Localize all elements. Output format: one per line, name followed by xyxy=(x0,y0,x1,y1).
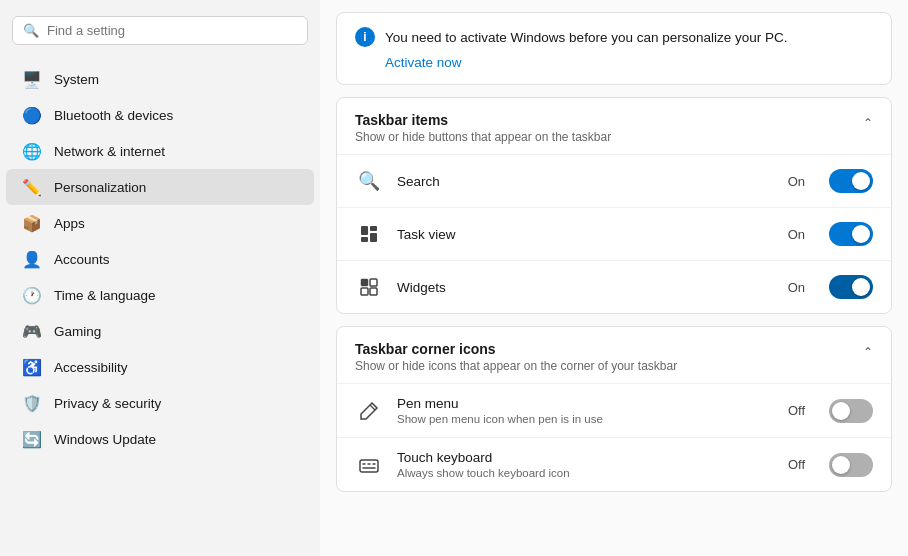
activation-text: You need to activate Windows before you … xyxy=(385,30,788,45)
widgets-toggle-knob xyxy=(852,278,870,296)
pen-menu-icon xyxy=(355,397,383,425)
update-icon: 🔄 xyxy=(22,429,42,449)
system-icon: 🖥️ xyxy=(22,69,42,89)
taskview-label: Task view xyxy=(397,227,774,242)
pen-menu-toggle[interactable] xyxy=(829,399,873,423)
svg-rect-0 xyxy=(361,226,368,235)
taskbar-corner-section: Taskbar corner icons Show or hide icons … xyxy=(336,326,892,492)
taskbar-corner-title: Taskbar corner icons xyxy=(355,341,677,357)
taskbar-items-chevron: ⌃ xyxy=(863,116,873,130)
pen-menu-sublabel: Show pen menu icon when pen is in use xyxy=(397,413,774,425)
pen-menu-toggle-knob xyxy=(832,402,850,420)
widgets-toggle[interactable] xyxy=(829,275,873,299)
network-icon: 🌐 xyxy=(22,141,42,161)
sidebar-item-gaming[interactable]: 🎮 Gaming xyxy=(6,313,314,349)
sidebar-label-personalization: Personalization xyxy=(54,180,146,195)
search-label: Search xyxy=(397,174,774,189)
search-bar[interactable]: 🔍 xyxy=(12,16,308,45)
taskview-toggle[interactable] xyxy=(829,222,873,246)
privacy-icon: 🛡️ xyxy=(22,393,42,413)
sidebar-item-apps[interactable]: 📦 Apps xyxy=(6,205,314,241)
touch-keyboard-label: Touch keyboard xyxy=(397,450,774,465)
sidebar-label-bluetooth: Bluetooth & devices xyxy=(54,108,173,123)
touch-keyboard-status: Off xyxy=(788,457,805,472)
svg-rect-3 xyxy=(361,237,368,242)
sidebar-item-system[interactable]: 🖥️ System xyxy=(6,61,314,97)
sidebar-item-time[interactable]: 🕐 Time & language xyxy=(6,277,314,313)
sidebar-label-update: Windows Update xyxy=(54,432,156,447)
taskbar-items-subtitle: Show or hide buttons that appear on the … xyxy=(355,130,611,144)
touch-keyboard-toggle-knob xyxy=(832,456,850,474)
setting-row-pen-menu: Pen menu Show pen menu icon when pen is … xyxy=(337,383,891,437)
time-icon: 🕐 xyxy=(22,285,42,305)
sidebar-item-personalization[interactable]: ✏️ Personalization xyxy=(6,169,314,205)
sidebar-label-system: System xyxy=(54,72,99,87)
sidebar-item-bluetooth[interactable]: 🔵 Bluetooth & devices xyxy=(6,97,314,133)
widgets-label: Widgets xyxy=(397,280,774,295)
svg-rect-7 xyxy=(370,288,377,295)
taskview-setting-icon xyxy=(355,220,383,248)
svg-rect-8 xyxy=(360,460,378,472)
pen-menu-label: Pen menu xyxy=(397,396,774,411)
setting-row-widgets: Widgets On xyxy=(337,260,891,313)
gaming-icon: 🎮 xyxy=(22,321,42,341)
sidebar-item-accessibility[interactable]: ♿ Accessibility xyxy=(6,349,314,385)
taskbar-corner-chevron: ⌃ xyxy=(863,345,873,359)
touch-keyboard-sublabel: Always show touch keyboard icon xyxy=(397,467,774,479)
info-icon: i xyxy=(355,27,375,47)
personalization-icon: ✏️ xyxy=(22,177,42,197)
apps-icon: 📦 xyxy=(22,213,42,233)
search-input[interactable] xyxy=(47,23,297,38)
widgets-status: On xyxy=(788,280,805,295)
pen-menu-status: Off xyxy=(788,403,805,418)
search-icon: 🔍 xyxy=(23,23,39,38)
taskview-status: On xyxy=(788,227,805,242)
bluetooth-icon: 🔵 xyxy=(22,105,42,125)
svg-rect-6 xyxy=(361,288,368,295)
taskbar-corner-subtitle: Show or hide icons that appear on the co… xyxy=(355,359,677,373)
sidebar-item-privacy[interactable]: 🛡️ Privacy & security xyxy=(6,385,314,421)
sidebar-label-privacy: Privacy & security xyxy=(54,396,161,411)
sidebar-item-accounts[interactable]: 👤 Accounts xyxy=(6,241,314,277)
svg-rect-4 xyxy=(361,279,368,286)
taskview-toggle-knob xyxy=(852,225,870,243)
activation-banner: i You need to activate Windows before yo… xyxy=(336,12,892,85)
touch-keyboard-icon xyxy=(355,451,383,479)
main-content: i You need to activate Windows before yo… xyxy=(320,0,908,556)
svg-rect-1 xyxy=(370,226,377,231)
sidebar-item-network[interactable]: 🌐 Network & internet xyxy=(6,133,314,169)
taskbar-items-section: Taskbar items Show or hide buttons that … xyxy=(336,97,892,314)
sidebar-item-update[interactable]: 🔄 Windows Update xyxy=(6,421,314,457)
sidebar-label-accessibility: Accessibility xyxy=(54,360,128,375)
svg-rect-5 xyxy=(370,279,377,286)
activate-now-link[interactable]: Activate now xyxy=(385,55,873,70)
accessibility-icon: ♿ xyxy=(22,357,42,377)
touch-keyboard-toggle[interactable] xyxy=(829,453,873,477)
accounts-icon: 👤 xyxy=(22,249,42,269)
svg-rect-2 xyxy=(370,233,377,242)
sidebar-label-accounts: Accounts xyxy=(54,252,110,267)
setting-row-touch-keyboard: Touch keyboard Always show touch keyboar… xyxy=(337,437,891,491)
setting-row-taskview: Task view On xyxy=(337,207,891,260)
search-status: On xyxy=(788,174,805,189)
sidebar-label-gaming: Gaming xyxy=(54,324,101,339)
sidebar-label-apps: Apps xyxy=(54,216,85,231)
setting-row-search: 🔍 Search On xyxy=(337,154,891,207)
taskbar-items-title: Taskbar items xyxy=(355,112,611,128)
search-toggle[interactable] xyxy=(829,169,873,193)
taskbar-corner-header[interactable]: Taskbar corner icons Show or hide icons … xyxy=(337,327,891,383)
taskbar-items-header[interactable]: Taskbar items Show or hide buttons that … xyxy=(337,98,891,154)
sidebar: 🔍 🖥️ System 🔵 Bluetooth & devices 🌐 Netw… xyxy=(0,0,320,556)
search-toggle-knob xyxy=(852,172,870,190)
sidebar-label-network: Network & internet xyxy=(54,144,165,159)
sidebar-label-time: Time & language xyxy=(54,288,156,303)
widgets-setting-icon xyxy=(355,273,383,301)
search-setting-icon: 🔍 xyxy=(355,167,383,195)
